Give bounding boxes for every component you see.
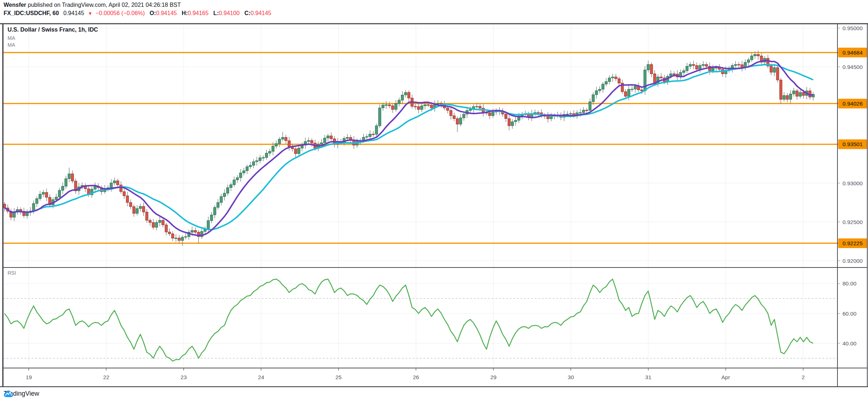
candle-up: [644, 70, 646, 91]
time-tick-label: 22: [103, 374, 109, 380]
candle-up: [275, 144, 277, 146]
candle-down: [142, 206, 145, 212]
candle-down: [45, 192, 48, 197]
candle-up: [42, 192, 45, 194]
candle-down: [738, 65, 740, 65]
candle-up: [715, 68, 717, 68]
rsi-indicator-label[interactable]: RSI: [8, 270, 16, 276]
candle-up: [65, 179, 67, 186]
rsi-tick-label: 60.00: [842, 311, 856, 317]
candle-up: [608, 78, 611, 82]
candle-up: [217, 202, 219, 208]
candle-down: [330, 136, 332, 139]
candles-layer[interactable]: [3, 51, 814, 246]
candle-up: [298, 148, 300, 154]
candle-up: [155, 223, 158, 227]
rsi-line[interactable]: [5, 279, 813, 361]
level-badges-layer: 0.946840.940260.935010.92225: [838, 48, 867, 248]
ma-indicator-label-2[interactable]: MA: [8, 42, 15, 48]
candle-up: [747, 60, 750, 62]
candle-down: [640, 90, 643, 91]
candle-up: [265, 153, 268, 157]
candle-up: [602, 84, 604, 89]
time-tick-label: 25: [335, 374, 341, 380]
candle-up: [378, 108, 381, 126]
candle-down: [165, 225, 167, 232]
time-tick-label: 26: [413, 374, 419, 380]
candle-down: [3, 204, 6, 208]
candle-down: [149, 220, 151, 223]
candle-down: [126, 196, 129, 202]
candle-up: [268, 152, 271, 153]
candle-down: [624, 92, 627, 96]
candle-up: [249, 165, 252, 167]
chart-canvas[interactable]: 0.950000.945000.930000.925000.9200080.00…: [0, 0, 868, 405]
candle-down: [508, 118, 510, 126]
candle-up: [55, 197, 58, 200]
candle-up: [773, 68, 776, 72]
candle-up: [175, 238, 177, 239]
candle-up: [689, 65, 692, 66]
candle-up: [734, 65, 737, 66]
time-axis[interactable]: 192223242526293031Apr2: [26, 368, 805, 380]
candle-down: [372, 134, 375, 135]
candle-up: [191, 231, 193, 232]
candle-down: [505, 114, 507, 119]
candle-up: [246, 167, 248, 171]
candle-up: [712, 68, 714, 71]
candle-up: [598, 89, 601, 91]
rsi-axis[interactable]: 80.0060.0040.00: [837, 280, 856, 346]
candle-up: [799, 92, 802, 96]
candle-up: [230, 185, 232, 187]
candle-up: [220, 196, 222, 202]
candle-up: [395, 103, 397, 110]
ma-indicator-label-1[interactable]: MA: [8, 35, 15, 41]
candle-up: [366, 136, 368, 137]
candle-up: [592, 95, 594, 102]
ma-slow-line[interactable]: [5, 65, 813, 230]
candle-up: [346, 138, 349, 139]
candle-up: [259, 158, 261, 160]
candle-up: [686, 66, 688, 71]
rsi-tick-label: 40.00: [842, 340, 856, 346]
chart-title: U.S. Dollar / Swiss Franc, 1h, IDC: [8, 27, 98, 33]
candle-up: [32, 204, 35, 211]
candle-down: [479, 106, 481, 108]
candle-down: [288, 141, 290, 147]
candle-up: [68, 174, 70, 179]
candle-down: [427, 105, 430, 106]
candle-up: [262, 158, 265, 158]
price-tick-label: 0.92500: [842, 219, 863, 225]
candle-down: [456, 118, 459, 124]
candle-up: [369, 134, 371, 137]
ma-fast-line[interactable]: [5, 61, 813, 236]
candle-down: [146, 212, 148, 220]
candle-up: [611, 77, 614, 78]
candle-up: [783, 96, 785, 99]
candle-down: [673, 74, 675, 75]
level-badge-label: 0.92225: [842, 240, 863, 246]
candle-up: [184, 237, 187, 237]
candle-up: [226, 188, 229, 194]
time-tick-label: 24: [258, 374, 265, 380]
candle-down: [780, 80, 782, 99]
candle-up: [223, 193, 226, 196]
candle-down: [796, 91, 798, 96]
time-tick-label: 2: [802, 374, 805, 380]
candle-down: [417, 107, 420, 110]
time-tick-label: 19: [26, 374, 32, 380]
candle-down: [162, 220, 164, 225]
candle-down: [650, 65, 653, 74]
candle-down: [705, 65, 708, 66]
candle-up: [631, 89, 633, 90]
candle-up: [595, 91, 598, 95]
candle-up: [239, 173, 242, 178]
candle-up: [702, 65, 704, 66]
tradingview-logo[interactable]: TradingView: [4, 390, 39, 397]
candle-up: [243, 171, 245, 173]
candle-up: [492, 112, 494, 116]
candle-up: [181, 237, 184, 241]
candle-down: [660, 77, 662, 78]
candle-up: [94, 186, 96, 189]
candle-up: [236, 178, 239, 180]
